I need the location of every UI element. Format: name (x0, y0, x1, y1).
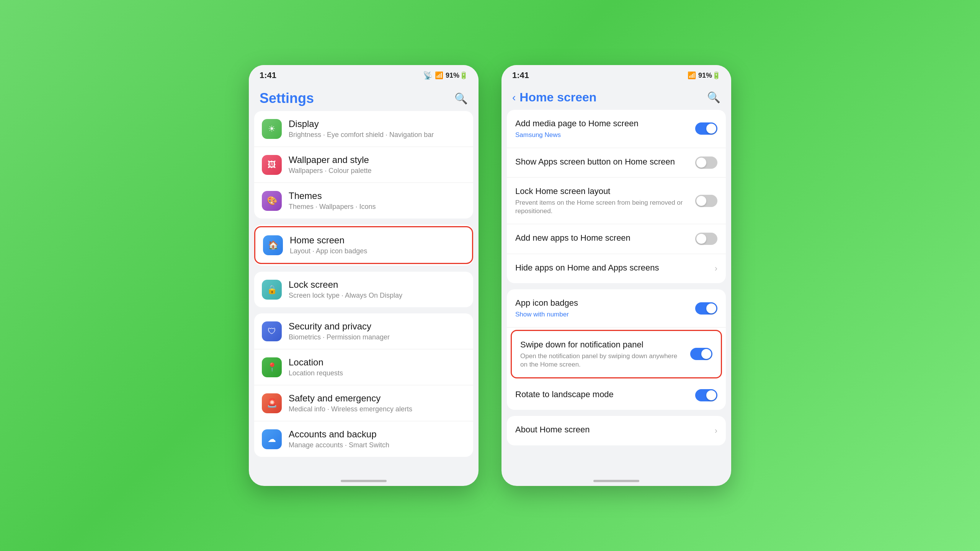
home-item-app-icon-badges[interactable]: App icon badges Show with number (507, 289, 726, 328)
lock-layout-subtitle: Prevent items on the Home screen from be… (515, 199, 690, 215)
display-icon: ☀ (262, 119, 282, 139)
bottom-indicator-left (341, 480, 387, 482)
home-item-hide-apps[interactable]: Hide apps on Home and Apps screens › (507, 254, 726, 284)
home-item-show-apps-btn[interactable]: Show Apps screen button on Home screen (507, 148, 726, 178)
lockscreen-icon: 🔒 (262, 280, 282, 300)
display-title: Display (289, 119, 466, 129)
home-search-button[interactable]: 🔍 (707, 91, 720, 104)
security-title: Security and privacy (289, 321, 466, 332)
toggle-knob (696, 196, 706, 206)
add-new-apps-title: Add new apps to Home screen (515, 233, 690, 244)
toggle-knob (706, 124, 716, 134)
back-title-group: ‹ Home screen (512, 90, 596, 104)
security-subtitle: Biometrics · Permission manager (289, 333, 466, 341)
hide-apps-title: Hide apps on Home and Apps screens (515, 262, 709, 274)
homescreen-icon: 🏠 (263, 235, 283, 255)
rotate-landscape-title: Rotate to landscape mode (515, 389, 690, 400)
homescreen-subtitle: Layout · App icon badges (290, 247, 464, 255)
toggle-knob (696, 158, 706, 168)
settings-item-themes[interactable]: 🎨 Themes Themes · Wallpapers · Icons (254, 183, 473, 218)
app-icon-badges-title: App icon badges (515, 298, 690, 309)
home-settings-list: Add media page to Home screen Samsung Ne… (501, 110, 731, 476)
home-group-3: About Home screen › (507, 416, 726, 445)
settings-item-accounts[interactable]: ☁ Accounts and backup Manage accounts · … (254, 421, 473, 457)
location-title: Location (289, 357, 466, 368)
swipe-notification-toggle[interactable] (690, 348, 712, 360)
settings-group-homescreen: 🏠 Home screen Layout · App icon badges (254, 225, 473, 266)
accounts-icon: ☁ (262, 429, 282, 449)
add-new-apps-toggle[interactable] (695, 233, 717, 245)
settings-item-security[interactable]: 🛡 Security and privacy Biometrics · Perm… (254, 313, 473, 349)
accounts-title: Accounts and backup (289, 429, 466, 440)
lockscreen-subtitle: Screen lock type · Always On Display (289, 292, 466, 300)
left-phone: 1:41 📡 📶 91%🔋 Settings 🔍 ☀ Display Brigh… (249, 65, 479, 486)
home-item-lock-layout[interactable]: Lock Home screen layout Prevent items on… (507, 178, 726, 224)
status-bar-right: 1:41 📶 91%🔋 (501, 65, 731, 83)
add-media-subtitle: Samsung News (515, 131, 690, 139)
settings-group-security: 🛡 Security and privacy Biometrics · Perm… (254, 313, 473, 457)
rotate-landscape-toggle[interactable] (695, 389, 717, 401)
swipe-notification-title: Swipe down for notification panel (520, 339, 685, 350)
home-item-add-media[interactable]: Add media page to Home screen Samsung Ne… (507, 110, 726, 148)
bottom-indicator-right (593, 480, 639, 482)
home-item-rotate-landscape[interactable]: Rotate to landscape mode (507, 381, 726, 410)
right-phone: 1:41 📶 91%🔋 ‹ Home screen 🔍 Add media pa… (501, 65, 731, 486)
homescreen-title: Home screen (290, 235, 464, 246)
home-group-1: Add media page to Home screen Samsung Ne… (507, 110, 726, 283)
toggle-knob (701, 349, 711, 359)
home-item-about[interactable]: About Home screen › (507, 416, 726, 445)
settings-group-lock: 🔒 Lock screen Screen lock type · Always … (254, 272, 473, 307)
swipe-notification-subtitle: Open the notification panel by swiping d… (520, 352, 685, 369)
wallpaper-title: Wallpaper and style (289, 155, 466, 165)
time-right: 1:41 (512, 70, 529, 80)
about-chevron-right-icon: › (715, 426, 717, 436)
wallpaper-subtitle: Wallpapers · Colour palette (289, 167, 466, 175)
app-icon-badges-subtitle: Show with number (515, 310, 690, 319)
time-left: 1:41 (260, 70, 276, 80)
settings-group-appearance: ☀ Display Brightness · Eye comfort shiel… (254, 111, 473, 218)
status-icons-right: 📶 91%🔋 (688, 71, 720, 80)
show-apps-toggle[interactable] (695, 156, 717, 169)
home-item-swipe-notification[interactable]: Swipe down for notification panel Open t… (512, 331, 721, 377)
lockscreen-title: Lock screen (289, 279, 466, 290)
settings-title: Settings (260, 90, 314, 106)
app-icon-badges-toggle[interactable] (695, 302, 717, 315)
settings-item-homescreen[interactable]: 🏠 Home screen Layout · App icon badges (254, 226, 473, 264)
themes-title: Themes (289, 191, 466, 201)
lock-layout-toggle[interactable] (695, 195, 717, 207)
settings-item-location[interactable]: 📍 Location Location requests (254, 349, 473, 385)
safety-icon: 🚨 (262, 393, 282, 413)
accounts-subtitle: Manage accounts · Smart Switch (289, 441, 466, 449)
toggle-knob (706, 303, 716, 313)
home-screen-header: ‹ Home screen 🔍 (501, 83, 731, 110)
settings-search-button[interactable]: 🔍 (454, 92, 468, 105)
settings-list: ☀ Display Brightness · Eye comfort shiel… (249, 111, 479, 476)
location-subtitle: Location requests (289, 369, 466, 377)
display-subtitle: Brightness · Eye comfort shield · Naviga… (289, 131, 466, 139)
status-bar-left: 1:41 📡 📶 91%🔋 (249, 65, 479, 83)
home-group-2: App icon badges Show with number Swipe d… (507, 289, 726, 410)
location-icon: 📍 (262, 357, 282, 377)
toggle-knob (706, 390, 716, 400)
settings-header: Settings 🔍 (249, 83, 479, 111)
settings-item-safety[interactable]: 🚨 Safety and emergency Medical info · Wi… (254, 385, 473, 421)
chevron-right-icon: › (715, 264, 717, 274)
toggle-knob (696, 234, 706, 244)
home-screen-title: Home screen (519, 90, 596, 104)
themes-icon: 🎨 (262, 191, 282, 211)
add-media-title: Add media page to Home screen (515, 118, 690, 129)
show-apps-title: Show Apps screen button on Home screen (515, 156, 690, 168)
security-icon: 🛡 (262, 321, 282, 341)
safety-subtitle: Medical info · Wireless emergency alerts (289, 405, 466, 413)
swipe-notification-highlighted-container: Swipe down for notification panel Open t… (511, 330, 722, 378)
settings-item-lockscreen[interactable]: 🔒 Lock screen Screen lock type · Always … (254, 272, 473, 307)
settings-item-display[interactable]: ☀ Display Brightness · Eye comfort shiel… (254, 111, 473, 147)
back-button[interactable]: ‹ (512, 91, 516, 104)
home-item-add-new-apps[interactable]: Add new apps to Home screen (507, 224, 726, 254)
add-media-toggle[interactable] (695, 122, 717, 135)
lock-layout-title: Lock Home screen layout (515, 186, 690, 197)
settings-item-wallpaper[interactable]: 🖼 Wallpaper and style Wallpapers · Colou… (254, 147, 473, 183)
status-icons-left: 📡 📶 91%🔋 (423, 71, 468, 80)
about-home-title: About Home screen (515, 424, 709, 435)
themes-subtitle: Themes · Wallpapers · Icons (289, 203, 466, 211)
